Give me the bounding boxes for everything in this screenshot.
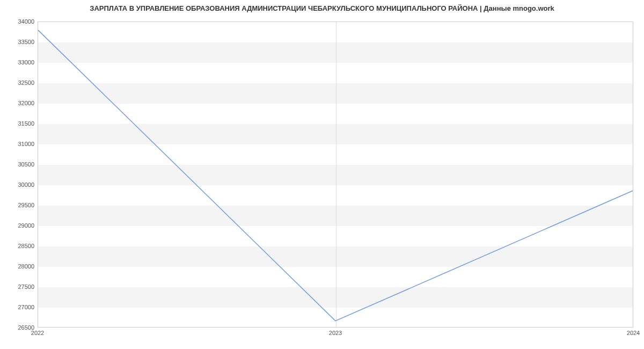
- y-tick-label: 32000: [5, 100, 34, 106]
- y-tick-label: 27000: [5, 304, 34, 310]
- y-tick-label: 31500: [5, 120, 34, 127]
- y-tick-label: 26500: [5, 324, 34, 331]
- y-tick-label: 32500: [5, 79, 34, 86]
- x-tick-label: 2024: [627, 330, 640, 336]
- y-tick-label: 34000: [5, 18, 34, 25]
- y-tick-label: 33500: [5, 39, 34, 45]
- x-tick-label: 2022: [31, 330, 44, 336]
- plot-area: [38, 21, 633, 328]
- chart-title: ЗАРПЛАТА В УПРАВЛЕНИЕ ОБРАЗОВАНИЯ АДМИНИ…: [0, 4, 644, 12]
- y-tick-label: 27500: [5, 283, 34, 290]
- y-tick-label: 28000: [5, 263, 34, 270]
- y-tick-label: 33000: [5, 59, 34, 66]
- y-tick-label: 29500: [5, 202, 34, 208]
- y-tick-label: 28500: [5, 243, 34, 249]
- y-tick-label: 31000: [5, 141, 34, 147]
- chart-container: ЗАРПЛАТА В УПРАВЛЕНИЕ ОБРАЗОВАНИЯ АДМИНИ…: [0, 0, 644, 349]
- y-tick-label: 29000: [5, 222, 34, 229]
- chart-svg: [38, 22, 633, 327]
- series-line: [38, 30, 633, 321]
- y-tick-label: 30000: [5, 181, 34, 188]
- y-tick-label: 30500: [5, 161, 34, 168]
- x-tick-label: 2023: [329, 330, 342, 336]
